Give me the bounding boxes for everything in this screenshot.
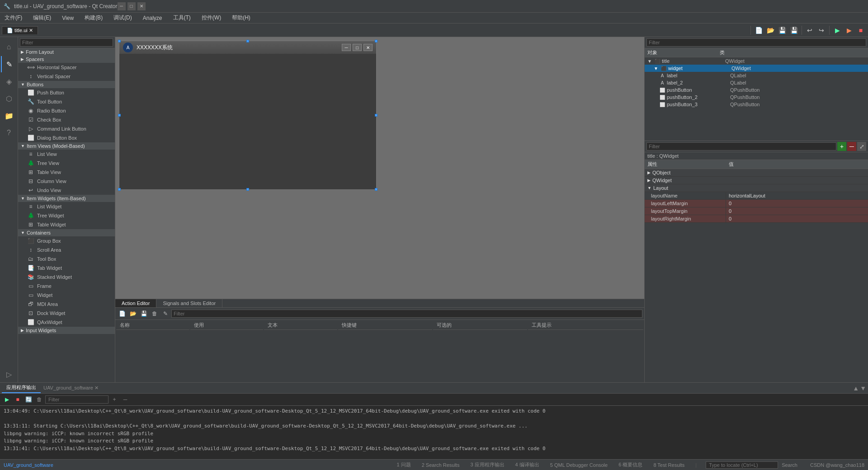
- widget-mdi-area[interactable]: 🗗 MDI Area: [18, 300, 115, 309]
- prop-remove-button[interactable]: ─: [847, 142, 856, 151]
- output-project-tab[interactable]: UAV_ground_software ✕: [42, 384, 100, 392]
- action-new-btn[interactable]: 📄: [117, 309, 127, 319]
- status-tab-tests[interactable]: 8 Test Results: [651, 462, 686, 468]
- output-add-btn[interactable]: +: [109, 395, 119, 404]
- obj-row-label[interactable]: A label QLabel: [645, 72, 868, 79]
- obj-row-pushbutton2[interactable]: ⬜ pushButton_2 QPushButton: [645, 94, 868, 101]
- obj-row-label2[interactable]: A label_2 QLabel: [645, 79, 868, 86]
- widget-qaxwidget[interactable]: ⬜ QAxWidget: [18, 318, 115, 327]
- category-containers[interactable]: Containers: [18, 229, 115, 236]
- output-collapse-btn[interactable]: ▼: [860, 385, 866, 392]
- obj-row-pushbutton[interactable]: ⬜ pushButton QPushButton: [645, 86, 868, 94]
- prop-add-button[interactable]: +: [837, 142, 846, 151]
- output-expand-btn[interactable]: ▲: [853, 385, 859, 392]
- category-item-widgets[interactable]: Item Widgets (Item-Based): [18, 195, 115, 202]
- activity-debug[interactable]: ⬡: [1, 90, 17, 107]
- output-remove-btn[interactable]: ─: [120, 395, 130, 404]
- prop-group-qobject[interactable]: QObject: [645, 169, 868, 177]
- widget-check-box[interactable]: ☑ Check Box: [18, 115, 115, 124]
- toolbar-debug-run[interactable]: ▶: [844, 25, 854, 36]
- tab-action-editor[interactable]: Action Editor: [115, 299, 156, 307]
- widget-tree-widget[interactable]: 🌲 Tree Widget: [18, 211, 115, 220]
- output-filter-input[interactable]: [45, 395, 108, 404]
- widget-maximize-btn[interactable]: □: [353, 44, 362, 51]
- menu-debug[interactable]: 调试(D): [111, 13, 135, 23]
- widget-tab-widget[interactable]: 📑 Tab Widget: [18, 263, 115, 273]
- toolbar-redo[interactable]: ↪: [816, 25, 827, 36]
- status-tab-output[interactable]: 3 应用程序输出: [468, 461, 506, 468]
- obj-row-title[interactable]: ▼ ⬛ title QWidget: [645, 57, 868, 65]
- prop-group-layout[interactable]: Layout: [645, 184, 868, 192]
- obj-filter-input[interactable]: [646, 38, 866, 47]
- widget-tree-view[interactable]: 🌲 Tree View: [18, 159, 115, 168]
- status-search-input[interactable]: [706, 461, 778, 469]
- prop-filter-input[interactable]: [646, 142, 836, 150]
- menu-build[interactable]: 构建(B): [82, 13, 105, 23]
- action-edit-btn[interactable]: ✎: [160, 309, 170, 319]
- category-form-layout[interactable]: Form Layout: [18, 48, 115, 56]
- prop-row-rightmargin[interactable]: layoutRightMargin 0: [645, 215, 868, 223]
- status-search-btn[interactable]: Search: [780, 462, 799, 468]
- status-tab-qml[interactable]: 5 QML Debugger Console: [548, 462, 609, 468]
- toolbar-run[interactable]: ▶: [832, 25, 843, 36]
- status-tab-summary[interactable]: 6 概要信息: [617, 461, 644, 468]
- menu-edit[interactable]: 编辑(E): [30, 13, 54, 23]
- output-restart-btn[interactable]: 🔄: [24, 395, 33, 404]
- action-delete-btn[interactable]: 🗑: [150, 309, 160, 319]
- widget-horizontal-spacer[interactable]: ⟺ Horizontal Spacer: [18, 63, 115, 72]
- widget-tool-button[interactable]: 🔧 Tool Button: [18, 97, 115, 106]
- widget-list-widget[interactable]: ≡ List Widget: [18, 202, 115, 211]
- menu-tools[interactable]: 工具(T): [170, 13, 193, 23]
- canvas-area[interactable]: A XXXXXXX系统 ─ □ ✕: [115, 37, 644, 299]
- widget-table-view[interactable]: ⊞ Table View: [18, 168, 115, 177]
- widget-radio-button[interactable]: ◉ Radio Button: [18, 106, 115, 115]
- status-tab-problems[interactable]: 1 问题: [395, 461, 412, 468]
- menu-analyze[interactable]: Analyze: [140, 14, 165, 22]
- status-tab-search[interactable]: 2 Search Results: [420, 462, 462, 468]
- widget-undo-view[interactable]: ↩ Undo View: [18, 186, 115, 195]
- widget-column-view[interactable]: ⊟ Column View: [18, 177, 115, 186]
- toolbar-save[interactable]: 💾: [777, 25, 788, 36]
- activity-edit[interactable]: ✎: [1, 56, 17, 72]
- activity-move[interactable]: ▷: [1, 366, 17, 382]
- obj-row-widget[interactable]: ▼ ⬛ widget QWidget: [645, 65, 868, 72]
- widget-stacked-widget[interactable]: 📚 Stacked Widget: [18, 273, 115, 282]
- widget-list-view[interactable]: ≡ List View: [18, 150, 115, 159]
- widget-widget[interactable]: ▭ Widget: [18, 291, 115, 300]
- toolbar-save-all[interactable]: 💾: [788, 25, 799, 36]
- menu-file[interactable]: 文件(F): [2, 13, 25, 23]
- toolbar-new[interactable]: 📄: [753, 25, 764, 36]
- output-stop-btn[interactable]: ■: [13, 395, 23, 404]
- output-tab-app[interactable]: 应用程序输出: [2, 383, 41, 393]
- category-buttons[interactable]: Buttons: [18, 81, 115, 88]
- widget-dialog-button-box[interactable]: ⬜ Dialog Button Box: [18, 133, 115, 142]
- toolbar-undo[interactable]: ↩: [804, 25, 815, 36]
- prop-resize-button[interactable]: ⤢: [857, 142, 866, 151]
- widget-push-button[interactable]: ⬜ Push Button: [18, 88, 115, 97]
- category-input-widgets[interactable]: Input Widgets: [18, 327, 115, 334]
- output-run-btn[interactable]: ▶: [2, 395, 12, 404]
- widget-group-box[interactable]: ⬛ Group Box: [18, 236, 115, 245]
- activity-design[interactable]: ◈: [1, 73, 17, 89]
- widget-close-btn[interactable]: ✕: [363, 44, 373, 51]
- activity-project[interactable]: 📁: [1, 108, 17, 124]
- toolbar-open[interactable]: 📂: [765, 25, 776, 36]
- design-widget[interactable]: A XXXXXXX系统 ─ □ ✕: [119, 41, 377, 190]
- widget-tool-box[interactable]: 🗂 Tool Box: [18, 254, 115, 263]
- widget-frame[interactable]: ▭ Frame: [18, 282, 115, 291]
- category-item-views[interactable]: Item Views (Model-Based): [18, 142, 115, 150]
- tab-signals-slots[interactable]: Signals and Slots Editor: [156, 299, 222, 307]
- widget-body[interactable]: [119, 54, 376, 189]
- action-filter-input[interactable]: [171, 310, 642, 318]
- minimize-button[interactable]: ─: [118, 2, 126, 10]
- widget-scroll-area[interactable]: ↕ Scroll Area: [18, 245, 115, 254]
- widget-vertical-spacer[interactable]: ↕ Vertical Spacer: [18, 72, 115, 81]
- category-spacers[interactable]: Spacers: [18, 56, 115, 63]
- toolbar-stop[interactable]: ■: [855, 25, 866, 36]
- action-save-btn[interactable]: 💾: [139, 309, 149, 319]
- widget-command-link-button[interactable]: ▷ Command Link Button: [18, 124, 115, 133]
- obj-row-pushbutton3[interactable]: ⬜ pushButton_3 QPushButton: [645, 101, 868, 108]
- prop-row-layoutname[interactable]: layoutName horizontalLayout: [645, 192, 868, 200]
- menu-view[interactable]: View: [59, 14, 76, 22]
- widget-filter-input[interactable]: [20, 38, 113, 47]
